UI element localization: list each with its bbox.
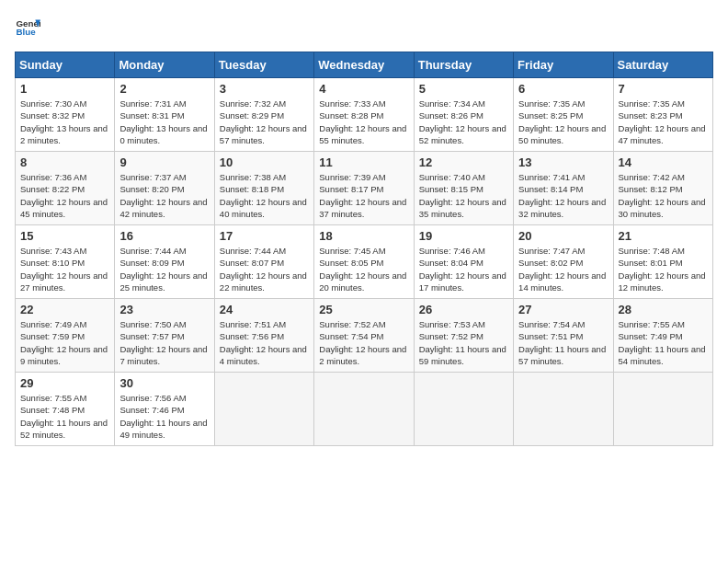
day-info: Sunrise: 7:55 AMSunset: 7:48 PMDaylight:… bbox=[20, 392, 109, 441]
day-number: 20 bbox=[518, 229, 608, 243]
day-number: 17 bbox=[220, 229, 309, 243]
day-number: 29 bbox=[20, 376, 109, 390]
header: General Blue bbox=[15, 15, 713, 40]
day-number: 21 bbox=[619, 229, 708, 243]
day-number: 2 bbox=[119, 82, 209, 96]
day-number: 28 bbox=[619, 303, 708, 316]
calendar-cell: 20 Sunrise: 7:47 AMSunset: 8:02 PMDaylig… bbox=[514, 225, 613, 299]
day-number: 9 bbox=[119, 155, 209, 169]
calendar-cell: 29 Sunrise: 7:55 AMSunset: 7:48 PMDaylig… bbox=[16, 373, 115, 446]
calendar-cell: 14 Sunrise: 7:42 AMSunset: 8:12 PMDaylig… bbox=[613, 152, 712, 225]
calendar-cell: 26 Sunrise: 7:53 AMSunset: 7:52 PMDaylig… bbox=[414, 299, 513, 373]
day-info: Sunrise: 7:47 AMSunset: 8:02 PMDaylight:… bbox=[518, 245, 608, 293]
col-header-thursday: Thursday bbox=[414, 52, 513, 78]
calendar-cell: 23 Sunrise: 7:50 AMSunset: 7:57 PMDaylig… bbox=[115, 299, 214, 373]
day-info: Sunrise: 7:31 AMSunset: 8:31 PMDaylight:… bbox=[119, 98, 209, 146]
calendar-cell: 1 Sunrise: 7:30 AMSunset: 8:32 PMDayligh… bbox=[16, 78, 115, 152]
calendar-week-1: 1 Sunrise: 7:30 AMSunset: 8:32 PMDayligh… bbox=[16, 78, 713, 152]
day-number: 10 bbox=[220, 155, 309, 169]
day-number: 12 bbox=[419, 155, 508, 169]
day-info: Sunrise: 7:43 AMSunset: 8:10 PMDaylight:… bbox=[20, 245, 109, 293]
day-info: Sunrise: 7:34 AMSunset: 8:26 PMDaylight:… bbox=[419, 98, 508, 146]
day-number: 16 bbox=[119, 229, 209, 243]
day-number: 15 bbox=[20, 229, 109, 243]
calendar-cell: 18 Sunrise: 7:45 AMSunset: 8:05 PMDaylig… bbox=[314, 225, 414, 299]
calendar-cell: 17 Sunrise: 7:44 AMSunset: 8:07 PMDaylig… bbox=[214, 225, 313, 299]
logo-icon: General Blue bbox=[15, 15, 40, 40]
day-info: Sunrise: 7:54 AMSunset: 7:51 PMDaylight:… bbox=[518, 318, 608, 367]
col-header-sunday: Sunday bbox=[16, 52, 115, 78]
calendar-cell: 3 Sunrise: 7:32 AMSunset: 8:29 PMDayligh… bbox=[214, 78, 313, 152]
day-info: Sunrise: 7:42 AMSunset: 8:12 PMDaylight:… bbox=[619, 171, 708, 220]
day-number: 23 bbox=[119, 303, 209, 316]
calendar-cell: 8 Sunrise: 7:36 AMSunset: 8:22 PMDayligh… bbox=[16, 152, 115, 225]
calendar-cell bbox=[314, 373, 414, 446]
calendar-cell: 15 Sunrise: 7:43 AMSunset: 8:10 PMDaylig… bbox=[16, 225, 115, 299]
calendar-week-3: 15 Sunrise: 7:43 AMSunset: 8:10 PMDaylig… bbox=[16, 225, 713, 299]
day-info: Sunrise: 7:50 AMSunset: 7:57 PMDaylight:… bbox=[119, 318, 209, 367]
calendar-cell: 9 Sunrise: 7:37 AMSunset: 8:20 PMDayligh… bbox=[115, 152, 214, 225]
calendar-week-2: 8 Sunrise: 7:36 AMSunset: 8:22 PMDayligh… bbox=[16, 152, 713, 225]
day-info: Sunrise: 7:39 AMSunset: 8:17 PMDaylight:… bbox=[319, 171, 408, 220]
calendar-cell: 12 Sunrise: 7:40 AMSunset: 8:15 PMDaylig… bbox=[414, 152, 513, 225]
calendar-cell: 10 Sunrise: 7:38 AMSunset: 8:18 PMDaylig… bbox=[214, 152, 313, 225]
day-number: 11 bbox=[319, 155, 408, 169]
calendar-cell: 28 Sunrise: 7:55 AMSunset: 7:49 PMDaylig… bbox=[613, 299, 712, 373]
day-number: 5 bbox=[419, 82, 508, 96]
day-number: 19 bbox=[419, 229, 508, 243]
calendar-cell bbox=[214, 373, 313, 446]
logo: General Blue bbox=[15, 15, 40, 40]
calendar-cell bbox=[514, 373, 613, 446]
day-number: 6 bbox=[518, 82, 608, 96]
day-number: 7 bbox=[619, 82, 708, 96]
day-info: Sunrise: 7:40 AMSunset: 8:15 PMDaylight:… bbox=[419, 171, 508, 220]
calendar-cell bbox=[613, 373, 712, 446]
col-header-monday: Monday bbox=[115, 52, 214, 78]
calendar-cell: 27 Sunrise: 7:54 AMSunset: 7:51 PMDaylig… bbox=[514, 299, 613, 373]
day-info: Sunrise: 7:45 AMSunset: 8:05 PMDaylight:… bbox=[319, 245, 408, 293]
day-number: 13 bbox=[518, 155, 608, 169]
day-info: Sunrise: 7:49 AMSunset: 7:59 PMDaylight:… bbox=[20, 318, 109, 367]
day-number: 14 bbox=[619, 155, 708, 169]
calendar-cell: 11 Sunrise: 7:39 AMSunset: 8:17 PMDaylig… bbox=[314, 152, 414, 225]
calendar-cell bbox=[414, 373, 513, 446]
calendar-cell: 6 Sunrise: 7:35 AMSunset: 8:25 PMDayligh… bbox=[514, 78, 613, 152]
day-number: 22 bbox=[20, 303, 109, 316]
day-info: Sunrise: 7:32 AMSunset: 8:29 PMDaylight:… bbox=[220, 98, 309, 146]
day-info: Sunrise: 7:35 AMSunset: 8:25 PMDaylight:… bbox=[518, 98, 608, 146]
calendar-cell: 24 Sunrise: 7:51 AMSunset: 7:56 PMDaylig… bbox=[214, 299, 313, 373]
calendar-cell: 30 Sunrise: 7:56 AMSunset: 7:46 PMDaylig… bbox=[115, 373, 214, 446]
calendar-table: SundayMondayTuesdayWednesdayThursdayFrid… bbox=[15, 52, 713, 446]
calendar-week-4: 22 Sunrise: 7:49 AMSunset: 7:59 PMDaylig… bbox=[16, 299, 713, 373]
calendar-cell: 2 Sunrise: 7:31 AMSunset: 8:31 PMDayligh… bbox=[115, 78, 214, 152]
day-info: Sunrise: 7:35 AMSunset: 8:23 PMDaylight:… bbox=[619, 98, 708, 146]
day-info: Sunrise: 7:41 AMSunset: 8:14 PMDaylight:… bbox=[518, 171, 608, 220]
day-number: 8 bbox=[20, 155, 109, 169]
calendar-cell: 7 Sunrise: 7:35 AMSunset: 8:23 PMDayligh… bbox=[613, 78, 712, 152]
day-info: Sunrise: 7:53 AMSunset: 7:52 PMDaylight:… bbox=[419, 318, 508, 367]
day-info: Sunrise: 7:36 AMSunset: 8:22 PMDaylight:… bbox=[20, 171, 109, 220]
day-info: Sunrise: 7:44 AMSunset: 8:09 PMDaylight:… bbox=[119, 245, 209, 293]
day-number: 26 bbox=[419, 303, 508, 316]
day-info: Sunrise: 7:33 AMSunset: 8:28 PMDaylight:… bbox=[319, 98, 408, 146]
calendar-cell: 21 Sunrise: 7:48 AMSunset: 8:01 PMDaylig… bbox=[613, 225, 712, 299]
calendar-cell: 22 Sunrise: 7:49 AMSunset: 7:59 PMDaylig… bbox=[16, 299, 115, 373]
day-number: 24 bbox=[220, 303, 309, 316]
day-info: Sunrise: 7:38 AMSunset: 8:18 PMDaylight:… bbox=[220, 171, 309, 220]
day-info: Sunrise: 7:46 AMSunset: 8:04 PMDaylight:… bbox=[419, 245, 508, 293]
col-header-tuesday: Tuesday bbox=[214, 52, 313, 78]
col-header-saturday: Saturday bbox=[613, 52, 712, 78]
calendar-cell: 4 Sunrise: 7:33 AMSunset: 8:28 PMDayligh… bbox=[314, 78, 414, 152]
calendar-cell: 13 Sunrise: 7:41 AMSunset: 8:14 PMDaylig… bbox=[514, 152, 613, 225]
calendar-cell: 5 Sunrise: 7:34 AMSunset: 8:26 PMDayligh… bbox=[414, 78, 513, 152]
col-header-friday: Friday bbox=[514, 52, 613, 78]
day-number: 30 bbox=[119, 376, 209, 390]
day-number: 3 bbox=[220, 82, 309, 96]
day-number: 25 bbox=[319, 303, 408, 316]
day-info: Sunrise: 7:52 AMSunset: 7:54 PMDaylight:… bbox=[319, 318, 408, 367]
col-header-wednesday: Wednesday bbox=[314, 52, 414, 78]
day-info: Sunrise: 7:37 AMSunset: 8:20 PMDaylight:… bbox=[119, 171, 209, 220]
calendar-cell: 25 Sunrise: 7:52 AMSunset: 7:54 PMDaylig… bbox=[314, 299, 414, 373]
day-number: 18 bbox=[319, 229, 408, 243]
calendar-cell: 16 Sunrise: 7:44 AMSunset: 8:09 PMDaylig… bbox=[115, 225, 214, 299]
